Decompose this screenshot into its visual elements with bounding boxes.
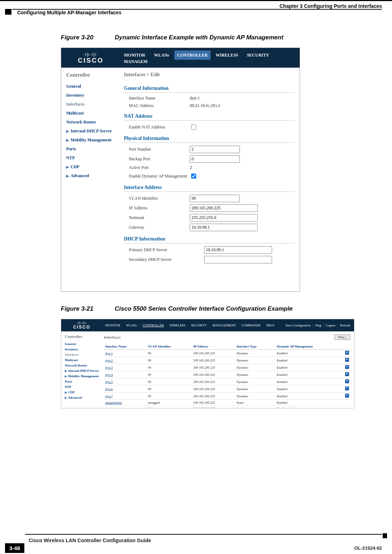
- fig-text: Dynamic Interface Example with Dynamic A…: [115, 34, 283, 41]
- label-backup: Backup Port: [129, 156, 190, 162]
- nav-monitor[interactable]: MONITOR: [120, 53, 149, 58]
- cell-dyn: Enabled: [275, 357, 344, 364]
- table-row: managementuntagged209.165.200.225StaticE…: [104, 400, 350, 406]
- sidebar-item-inventory[interactable]: Inventory: [66, 93, 120, 98]
- sidebar-item-ntp[interactable]: NTP: [66, 155, 120, 161]
- sidebar-item-interfaces[interactable]: Interfaces: [66, 102, 120, 107]
- cell-type: Dynamic: [235, 357, 275, 364]
- nav-help[interactable]: HELP: [263, 324, 277, 327]
- iface-link[interactable]: dyn-3: [105, 366, 113, 369]
- cell-ip: 209.165.200.225: [192, 393, 235, 400]
- nav-security[interactable]: SECURITY: [243, 53, 273, 58]
- sidebar-item-routes[interactable]: Network Routes: [65, 364, 100, 367]
- cell-type: Dynamic: [235, 385, 275, 393]
- input-pri-dhcp[interactable]: [204, 246, 272, 254]
- sidebar-item-general[interactable]: General: [66, 84, 120, 89]
- nav-management[interactable]: MANAGEMENT: [210, 324, 239, 327]
- iface-link[interactable]: dyn-2: [105, 359, 113, 362]
- cell-ip: 209.165.200.225: [192, 350, 235, 357]
- nav-wireless[interactable]: WIRELESS: [167, 324, 188, 327]
- section-physical: Physical Information: [124, 136, 295, 143]
- input-netmask[interactable]: [190, 214, 258, 222]
- nav-controller[interactable]: CONTROLLER: [174, 50, 210, 60]
- nav-wireless[interactable]: WIRELESS: [212, 53, 242, 58]
- sidebar-item-advanced[interactable]: ▶Advanced: [65, 396, 100, 399]
- sidebar-item-ports[interactable]: Ports: [66, 146, 120, 152]
- nav-controller[interactable]: CONTROLLER: [140, 324, 167, 327]
- iface-link[interactable]: dyn-7: [105, 394, 113, 398]
- cell-vlan: 99: [146, 350, 192, 357]
- iface-link[interactable]: dyn-4: [105, 373, 113, 376]
- sidebar-item-mobility[interactable]: ▶Mobility Management: [66, 137, 120, 143]
- util-refresh[interactable]: Refresh: [338, 324, 352, 327]
- nav-wlans[interactable]: WLANs: [150, 53, 173, 58]
- cell-vlan: 99: [146, 357, 192, 364]
- cell-type: Static: [235, 406, 275, 409]
- dropdown-icon[interactable]: [345, 372, 349, 376]
- breadcrumb: Interfaces > Edit: [124, 72, 295, 78]
- header-box-icon: [5, 9, 11, 15]
- sidebar-item-advanced[interactable]: ▶Advanced: [66, 173, 120, 179]
- fig-num: Figure 3-20: [61, 34, 93, 41]
- section-nat: NAT Address: [124, 113, 295, 121]
- dropdown-icon[interactable]: [345, 387, 349, 390]
- input-vlan[interactable]: [190, 195, 240, 202]
- cisco-logo: ·ı|ı·ı|ı· CISCO: [61, 321, 102, 330]
- sidebar-item-interfaces[interactable]: Interfaces: [65, 353, 100, 356]
- sidebar-item-general[interactable]: General: [65, 342, 100, 346]
- iface-link[interactable]: management: [105, 401, 122, 404]
- label-dynamic-ap: Enable Dynamic AP Management: [129, 174, 190, 179]
- col-ip: IP Address: [192, 344, 235, 350]
- input-backup[interactable]: [190, 155, 240, 163]
- iface-link[interactable]: service-port: [105, 407, 121, 408]
- cell-type: Dynamic: [235, 393, 275, 400]
- nav-security[interactable]: SECURITY: [188, 324, 210, 327]
- dropdown-icon[interactable]: [345, 351, 349, 355]
- sidebar-item-dhcp[interactable]: ▶Internal DHCP Server: [66, 128, 120, 134]
- sidebar: Controller General Inventory Interfaces …: [61, 331, 102, 408]
- dropdown-icon[interactable]: [345, 379, 349, 383]
- dropdown-icon[interactable]: [345, 394, 349, 398]
- sidebar-item-inventory[interactable]: Inventory: [65, 348, 100, 351]
- sidebar-item-routes[interactable]: Network Routes: [66, 120, 120, 125]
- cell-dyn: Enabled: [275, 350, 344, 357]
- nav-management[interactable]: MANAGEM: [120, 59, 151, 64]
- sidebar-item-cdp[interactable]: ▶CDP: [66, 164, 120, 170]
- sidebar-item-ntp[interactable]: NTP: [65, 385, 100, 389]
- input-port[interactable]: [190, 146, 240, 153]
- util-logout[interactable]: Logout: [324, 324, 337, 327]
- dropdown-icon[interactable]: [345, 365, 349, 369]
- label-pri-dhcp: Primary DHCP Server: [129, 247, 204, 253]
- checkbox-dynamic-ap[interactable]: [191, 174, 196, 179]
- input-gateway[interactable]: [190, 224, 258, 231]
- cell-type: Dynamic: [235, 350, 275, 357]
- sidebar-item-dhcp[interactable]: ▶Internal DHCP Server: [65, 369, 100, 373]
- col-iface-name: Interface Name: [104, 344, 146, 350]
- figure-3-20-caption: Figure 3-20 Dynamic Interface Example wi…: [61, 34, 392, 41]
- checkbox-enable-nat[interactable]: [191, 125, 196, 130]
- util-ping[interactable]: Ping: [313, 324, 323, 327]
- sidebar-item-mobility[interactable]: ▶Mobility Management: [65, 374, 100, 378]
- nav-commands[interactable]: COMMANDS: [239, 324, 263, 327]
- util-save[interactable]: Save Configuration: [284, 324, 312, 327]
- sidebar-item-multicast[interactable]: Multicast: [66, 111, 120, 116]
- nav-monitor[interactable]: MONITOR: [102, 324, 123, 327]
- dropdown-icon[interactable]: [345, 358, 349, 362]
- new-button[interactable]: New...: [334, 334, 350, 340]
- nav-wlans[interactable]: WLANs: [123, 324, 140, 327]
- cell-ip: 209.165.200.225: [192, 400, 235, 406]
- table-row: dyn-699209.165.200.225DynamicEnabled: [104, 385, 350, 393]
- sidebar-item-cdp[interactable]: ▶CDP: [65, 390, 100, 394]
- cell-ip: 209.165.200.225: [192, 385, 235, 393]
- primary-nav: MONITOR WLANs CONTROLLER WIRELESS SECURI…: [102, 324, 284, 327]
- input-ip[interactable]: [190, 204, 258, 212]
- cisco-logo: ·ı|ı·ı|ı· CISCO: [61, 52, 120, 64]
- sidebar-item-multicast[interactable]: Multicast: [65, 358, 100, 362]
- iface-link[interactable]: dyn-5: [105, 380, 113, 384]
- sidebar-item-ports[interactable]: Ports: [65, 380, 100, 383]
- input-sec-dhcp[interactable]: [204, 256, 272, 263]
- figure-3-20: ·ı|ı·ı|ı· CISCO MONITOR WLANs CONTROLLER…: [61, 48, 300, 292]
- value-mac: 00:21:1b:fc:29:c1: [190, 103, 220, 108]
- iface-link[interactable]: dyn-6: [105, 387, 113, 391]
- iface-link[interactable]: dyn-1: [105, 351, 113, 355]
